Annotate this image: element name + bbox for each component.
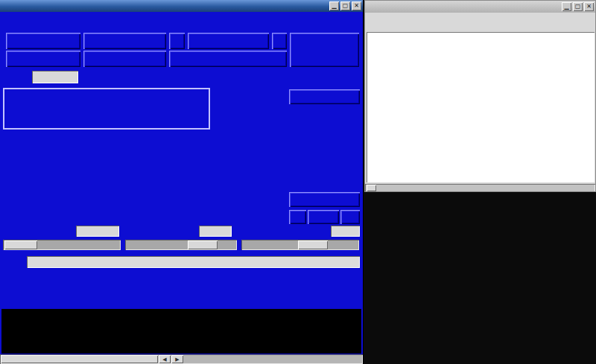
scroll-right-button[interactable]: ▶ bbox=[171, 355, 183, 363]
spindle-override-slider-thumb[interactable] bbox=[298, 240, 328, 249]
flood-button[interactable] bbox=[83, 51, 166, 67]
arrow-left-icon: ◀ bbox=[162, 357, 166, 362]
backplot-canvas bbox=[367, 32, 595, 182]
program-listing[interactable] bbox=[1, 309, 361, 354]
dro-axis-y[interactable] bbox=[4, 132, 209, 174]
maximize-icon: ▢ bbox=[343, 2, 349, 9]
dro-axis-z[interactable] bbox=[4, 176, 209, 217]
program-hscrollbar[interactable]: ◀ ▶ bbox=[0, 354, 363, 364]
mist-button[interactable] bbox=[83, 33, 166, 49]
spindle-button[interactable] bbox=[188, 33, 269, 49]
tkemc-window: ▁ ▢ ✕ bbox=[0, 0, 364, 364]
home-button[interactable] bbox=[308, 210, 339, 224]
hscroll-thumb[interactable] bbox=[1, 355, 158, 363]
feed-override-slider-thumb[interactable] bbox=[188, 240, 218, 249]
menubar bbox=[0, 12, 363, 28]
maximize-icon: ▢ bbox=[575, 3, 581, 10]
axis-speed-slider[interactable] bbox=[3, 240, 121, 250]
spindle-override-slider[interactable] bbox=[241, 240, 359, 250]
dro-axis-x[interactable] bbox=[3, 88, 210, 130]
maximize-button[interactable]: ▢ bbox=[573, 2, 583, 11]
tkemc-titlebar[interactable]: ▁ ▢ ✕ bbox=[0, 0, 363, 12]
machine-on-button[interactable] bbox=[6, 33, 80, 49]
feed-override-value bbox=[199, 226, 232, 237]
close-button[interactable]: ✕ bbox=[352, 1, 361, 10]
jog-mode-button[interactable] bbox=[289, 192, 360, 207]
override-limits-button[interactable] bbox=[289, 89, 360, 104]
backplot-titlebar[interactable]: ▁ ▢ ✕ bbox=[365, 1, 595, 13]
tool-offset-line bbox=[6, 71, 359, 83]
brake-button[interactable] bbox=[169, 51, 287, 67]
backplot-wireframe bbox=[367, 32, 595, 182]
spindle-dec-button[interactable] bbox=[169, 33, 185, 49]
backplot-button-row bbox=[368, 15, 596, 29]
axis-speed-slider-thumb[interactable] bbox=[4, 240, 37, 249]
maximize-button[interactable]: ▢ bbox=[340, 1, 350, 10]
mode-auto-button[interactable] bbox=[6, 51, 80, 67]
axis-speed-value bbox=[76, 226, 119, 237]
jog-plus-button[interactable] bbox=[340, 210, 360, 224]
close-button[interactable]: ✕ bbox=[584, 2, 594, 11]
feed-override-slider[interactable] bbox=[125, 240, 237, 250]
arrow-right-icon: ▶ bbox=[175, 357, 179, 362]
minimize-button[interactable]: ▁ bbox=[329, 1, 339, 10]
minimize-icon: ▁ bbox=[564, 3, 568, 10]
minimize-icon: ▁ bbox=[332, 2, 336, 9]
backplot-window: ▁ ▢ ✕ bbox=[364, 0, 596, 192]
minimize-button[interactable]: ▁ bbox=[562, 2, 571, 11]
program-button-row bbox=[1, 293, 361, 307]
mdi-input[interactable] bbox=[27, 256, 360, 268]
close-icon: ✕ bbox=[354, 2, 359, 9]
abort-button[interactable] bbox=[290, 33, 359, 67]
spindle-inc-button[interactable] bbox=[272, 33, 287, 49]
scroll-left-button[interactable]: ◀ bbox=[159, 355, 171, 363]
tool-offset-entry[interactable] bbox=[32, 71, 78, 83]
spindle-override-value bbox=[331, 226, 360, 237]
backplot-hscroll-thumb[interactable] bbox=[367, 185, 376, 191]
jog-minus-button[interactable] bbox=[289, 210, 306, 224]
close-icon: ✕ bbox=[586, 3, 592, 10]
backplot-hscrollbar[interactable] bbox=[365, 184, 595, 192]
